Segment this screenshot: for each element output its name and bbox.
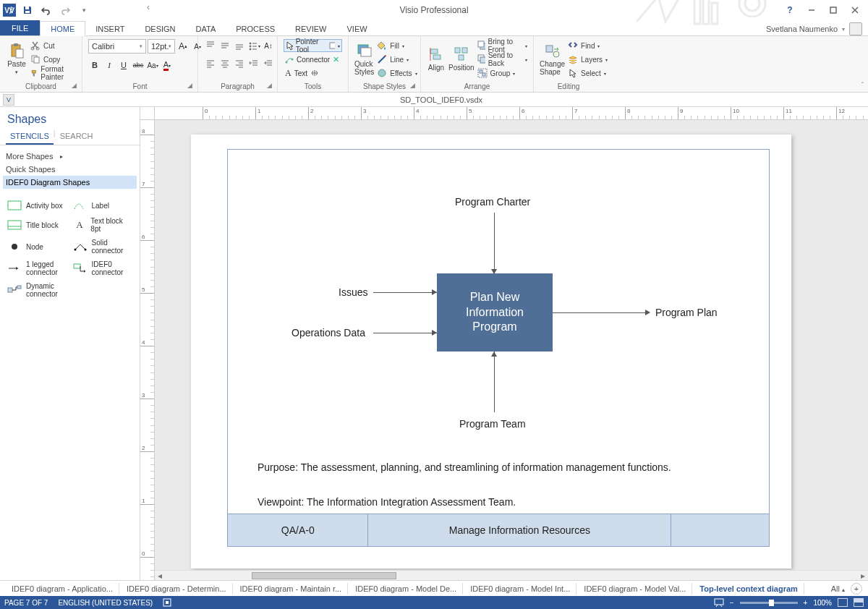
indent-dec[interactable] — [247, 57, 260, 70]
qat-save[interactable] — [20, 3, 35, 17]
collapse-ribbon[interactable]: ˆ — [861, 82, 864, 90]
label-left2[interactable]: Operations Data — [292, 327, 365, 338]
pagetab-3[interactable]: IDEF0 diagram - Model De... — [349, 583, 463, 595]
layers-button[interactable]: Layers▾ — [568, 53, 608, 66]
text-tool[interactable]: AText — [284, 67, 320, 80]
pagetab-0[interactable]: IDEF0 diagram - Applicatio... — [6, 583, 119, 595]
shape-1legged[interactable]: 1 legged connector — [6, 258, 69, 278]
purpose-text[interactable]: Purpose: The assessment, planning, and s… — [258, 461, 671, 473]
tab-insert[interactable]: INSERT — [85, 22, 135, 35]
maximize-button[interactable] — [823, 2, 843, 18]
arrow-bottom[interactable] — [494, 352, 495, 412]
arrow-left1[interactable] — [373, 292, 437, 293]
shape-title-block[interactable]: Title block — [6, 215, 69, 235]
clipboard-launcher[interactable]: ◢ — [72, 82, 80, 90]
shape-idef0-connector[interactable]: IDEF0 connector — [72, 258, 135, 278]
label-right[interactable]: Program Plan — [655, 307, 718, 318]
font-selector[interactable]: Calibri▾ — [88, 39, 146, 54]
search-tab[interactable]: SEARCH — [56, 129, 98, 145]
idef0-activity-box[interactable]: Plan New Information Program — [437, 273, 553, 352]
scroll-thumb[interactable] — [252, 572, 396, 579]
pagetab-6[interactable]: Top-level context diagram — [694, 583, 804, 595]
send-back-button[interactable]: Send to Back▾ — [477, 53, 527, 66]
zoom-slider[interactable] — [740, 602, 798, 604]
page[interactable]: Plan New Information Program Program Cha… — [191, 135, 791, 568]
zoom-level[interactable]: 100% — [813, 599, 832, 607]
shape-text-block[interactable]: AText block 8pt — [72, 215, 135, 235]
align-bottom[interactable] — [233, 39, 246, 52]
pagetabs-all[interactable]: All ▴ — [831, 584, 845, 593]
label-bottom[interactable]: Program Team — [459, 418, 526, 430]
pagetab-2[interactable]: IDEF0 diagram - Maintain r... — [234, 583, 349, 595]
status-lang[interactable]: ENGLISH (UNITED STATES) — [58, 599, 153, 607]
case-button[interactable]: Aa▾ — [146, 59, 159, 72]
canvas[interactable]: Plan New Information Program Program Cha… — [155, 120, 868, 570]
help-button[interactable]: ? — [780, 2, 800, 18]
copy-button[interactable]: Copy — [30, 53, 76, 66]
close-button[interactable] — [845, 2, 865, 18]
align-center[interactable] — [218, 57, 231, 70]
font-size-selector[interactable]: 12pt.▾ — [148, 39, 175, 54]
scroll-left[interactable]: ◂ — [155, 571, 165, 581]
align-left[interactable] — [204, 57, 217, 70]
tab-process[interactable]: PROCESS — [226, 22, 285, 35]
cut-button[interactable]: Cut — [30, 39, 76, 52]
align-top[interactable] — [204, 39, 217, 52]
shape-dynamic-connector[interactable]: Dynamic connector — [6, 280, 69, 300]
shapestyles-launcher[interactable]: ◢ — [410, 82, 419, 90]
quick-styles-button[interactable]: Quick Styles — [354, 39, 374, 79]
italic-button[interactable]: I — [103, 59, 116, 72]
label-left1[interactable]: Issues — [339, 286, 367, 298]
tab-data[interactable]: DATA — [186, 22, 226, 35]
more-shapes[interactable]: More Shapes▸ — [6, 150, 134, 163]
change-shape-button[interactable]: Change Shape — [540, 39, 565, 79]
viewpoint-text[interactable]: Viewpoint: The Information Integration A… — [258, 496, 516, 508]
align-button[interactable]: Align — [427, 39, 446, 79]
indent-inc[interactable] — [262, 57, 275, 70]
font-color-button[interactable]: A▾ — [161, 59, 174, 72]
zoom-in[interactable]: + — [804, 599, 808, 607]
orientation[interactable]: A↕ — [262, 39, 275, 52]
pagetab-4[interactable]: IDEF0 diagram - Model Int... — [464, 583, 576, 595]
pagetab-1[interactable]: IDEF0 diagram - Determin... — [121, 583, 233, 595]
align-middle[interactable] — [218, 39, 231, 52]
zoom-out[interactable]: − — [730, 599, 734, 607]
qat-customize[interactable]: ▾ — [77, 3, 91, 17]
paragraph-launcher[interactable]: ◢ — [267, 82, 276, 90]
shape-activity-box[interactable]: Activity box — [6, 197, 69, 213]
find-button[interactable]: Find▾ — [568, 39, 608, 52]
stencils-tab[interactable]: STENCILS — [6, 129, 54, 145]
arrow-right[interactable] — [553, 312, 650, 313]
font-launcher[interactable]: ◢ — [187, 82, 196, 90]
user-name[interactable]: Svetlana Naumenko — [766, 25, 838, 33]
avatar[interactable] — [849, 22, 862, 35]
shape-node[interactable]: Node — [6, 237, 69, 257]
add-page[interactable]: + — [851, 583, 862, 595]
line-button[interactable]: Line▾ — [377, 53, 417, 66]
tab-review[interactable]: REVIEW — [285, 22, 336, 35]
select-button[interactable]: Select▾ — [568, 67, 608, 80]
shape-solid-connector[interactable]: Solid connector — [72, 237, 135, 257]
scroll-right[interactable]: ▸ — [858, 571, 868, 581]
qat-redo[interactable] — [58, 3, 72, 17]
fit-page[interactable] — [838, 598, 848, 607]
label-top[interactable]: Program Charter — [455, 196, 530, 208]
bold-button[interactable]: B — [88, 59, 101, 72]
group-button[interactable]: Group▾ — [477, 67, 527, 80]
bring-front-button[interactable]: Bring to Front▾ — [477, 39, 527, 52]
connector-tool[interactable]: Connector✕ — [284, 53, 341, 66]
tab-design[interactable]: DESIGN — [135, 22, 185, 35]
macro-icon[interactable] — [163, 598, 171, 607]
position-button[interactable]: Position — [448, 39, 475, 79]
underline-button[interactable]: U — [117, 59, 130, 72]
fit-width[interactable] — [854, 598, 864, 607]
tab-home[interactable]: HOME — [40, 21, 85, 36]
paste-button[interactable]: Paste▾ — [6, 39, 27, 79]
quick-shapes[interactable]: Quick Shapes — [6, 163, 134, 176]
arrow-left2[interactable] — [373, 333, 437, 333]
grow-font[interactable]: A▴ — [176, 40, 190, 53]
doc-icon[interactable]: V — [3, 94, 14, 106]
tab-file[interactable]: FILE — [0, 20, 40, 35]
title-block[interactable]: QA/A-0 Manage Information Resources — [227, 514, 770, 547]
horizontal-scrollbar[interactable]: ◂ ▸ — [155, 570, 868, 580]
